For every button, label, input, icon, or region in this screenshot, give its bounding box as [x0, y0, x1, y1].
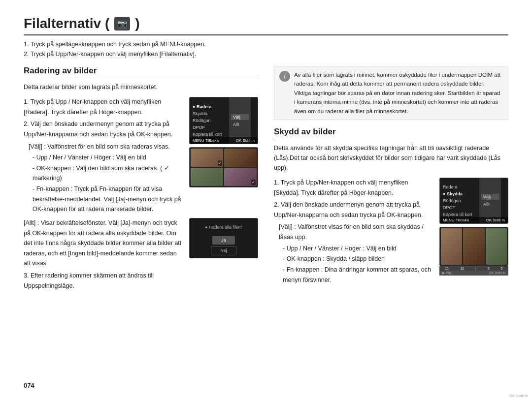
protect-photo-strip-wrapper: 11 12 | 3 5 ▶ Välj OK Ställ In	[439, 227, 508, 276]
right-column: i Av alla filer som lagrats i minnet, ko…	[274, 66, 508, 389]
delete-allt-step: [Allt] : Visar bekräftelsefönster. Välj …	[24, 218, 184, 291]
cam-ok-label: OK Ställ In	[236, 138, 255, 143]
menu-item-radera: ● Radera	[190, 103, 229, 110]
protect-menu-label: MENU Tillbaka	[443, 218, 469, 222]
note-text: Av alla filer som lagrats i minnet, komm…	[294, 70, 503, 116]
pstrip-1	[441, 228, 462, 265]
confirm-bottom: OK Ställ In	[509, 393, 528, 399]
delete-step2a: [Välj] : Valfönstret för en bild som ska…	[24, 142, 184, 152]
cam-menu-sub: Välj Allt	[229, 97, 251, 144]
intro-line1: 1. Tryck på spellägesknappen och tryck s…	[24, 39, 508, 49]
psub-valj: Välj	[481, 194, 499, 200]
protect-step2: 2. Välj den önskade undermenyn genom att…	[274, 200, 434, 220]
page-title: Filalternativ ( 📷 )	[24, 16, 508, 35]
strip-numbers: 11 12 | 3 5	[439, 266, 508, 271]
section-delete-title: Radering av bilder	[24, 66, 258, 78]
page: Filalternativ ( 📷 ) 1. Tryck på spelläge…	[0, 0, 532, 401]
cam-screen-delete-menu: ● Radera Skydda Rödögon DPOF Kopiera til…	[189, 97, 258, 144]
title-text: Filalternativ (	[24, 16, 109, 31]
sub-item-valj: Välj	[231, 114, 249, 120]
confirm-question: ● Radera alla filer?	[201, 221, 246, 232]
delete-step2c: - OK-knappen : Välj den bild som ska rad…	[24, 163, 184, 184]
intro-line2: 2. Tryck på Upp/Ner-knappen och välj men…	[24, 49, 508, 59]
delete-step2b: - Upp / Ner / Vänster / Höger : Välj en …	[24, 153, 184, 163]
pmenu-dpof: DPOF	[440, 204, 479, 211]
menu-item-dpof: DPOF	[190, 124, 229, 131]
title-paren-close: )	[135, 16, 139, 31]
protect-step2d: - Fn-knappen : Dina ändringar kommer att…	[274, 265, 434, 285]
delete-steps-2: [Allt] : Visar bekräftelsefönster. Välj …	[24, 218, 258, 291]
protect-images: Radera ● Skydda Rödögon DPOF Kopiera til…	[439, 178, 508, 276]
strip-btn-valj: ▶ Välj	[442, 271, 452, 275]
protect-step1: 1. Tryck på Upp/Ner-knappen och välj men…	[274, 178, 434, 198]
cam-menu: ● Radera Skydda Rödögon DPOF Kopiera til…	[190, 97, 229, 144]
pstrip-2	[463, 228, 484, 265]
main-content: Radering av bilder Detta raderar bilder …	[24, 66, 508, 389]
confirm-options: Ja Nej	[211, 236, 236, 255]
delete-step1: 1. Tryck på Upp / Ner-knappen och välj m…	[24, 97, 184, 117]
note-icon: i	[279, 71, 290, 82]
delete-step2d: - Fn-knappen : Tryck på Fn-knappen för a…	[24, 184, 184, 215]
pmenu-skydda: ● Skydda	[440, 190, 479, 197]
intro-block: 1. Tryck på spellägesknappen och tryck s…	[24, 39, 508, 59]
delete-step2: 2. Välj den önskade undermenyn genom att…	[24, 119, 184, 139]
cam-menu-label: MENU Tillbaka	[193, 138, 219, 143]
protect-step2a: [Välj] : Valfönstret visas för en bild s…	[274, 222, 434, 242]
photo-cell-3	[191, 168, 223, 186]
pstrip-3	[486, 228, 507, 265]
protect-steps-block: 1. Tryck på Upp/Ner-knappen och välj men…	[274, 178, 508, 285]
sub-item-allt: Allt	[231, 122, 249, 127]
confirm-screen: ● Radera alla filer? Ja Nej OK Ställ In	[189, 218, 258, 258]
protect-ok-label: OK Ställ In	[486, 218, 505, 222]
protect-bottom-bar: MENU Tillbaka OK Ställ In	[440, 217, 508, 223]
menu-item-rodogon: Rödögon	[190, 117, 229, 124]
strip-separator: |	[475, 267, 476, 270]
section-protect-desc: Detta används för att skydda specifika t…	[274, 143, 508, 173]
psub-allt: Allt	[481, 201, 499, 207]
protect-steps: 1. Tryck på Upp/Ner-knappen och välj men…	[274, 178, 434, 285]
photo-cell-2	[224, 149, 257, 167]
pmenu-rodogon: Rödögon	[440, 197, 479, 204]
confirm-no: Nej	[211, 246, 236, 255]
menu-item-kopiera: Kopiera till kort	[190, 131, 229, 138]
strip-num-4: 5	[501, 267, 503, 270]
cam-bottom-bar-1: MENU Tillbaka OK Ställ In	[190, 137, 258, 144]
delete-step3: 3. Efter radering kommer skärmen att änd…	[24, 271, 184, 291]
pmenu-radera: Radera	[440, 184, 479, 190]
strip-num-1: 11	[445, 267, 449, 270]
strip-btn-stallin: OK Ställ In	[489, 271, 505, 275]
page-number: 074	[24, 377, 258, 389]
delete-allt-text: [Allt] : Visar bekräftelsefönster. Välj …	[24, 218, 184, 269]
protect-photo-strip	[439, 227, 508, 266]
menu-item-skydda: Skydda	[190, 110, 229, 117]
photo-cell-1	[191, 149, 223, 167]
cam-screen-protect-menu: Radera ● Skydda Rödögon DPOF Kopiera til…	[439, 178, 508, 224]
delete-steps-block: 1. Tryck på Upp / Ner-knappen och välj m…	[24, 97, 184, 215]
section-protect-title: Skydd av bilder	[274, 127, 508, 139]
note-box: i Av alla filer som lagrats i minnet, ko…	[274, 66, 508, 120]
delete-images: ● Radera Skydda Rödögon DPOF Kopiera til…	[189, 97, 258, 187]
protect-step2c: - OK-knappen : Skydda / släpp bilden	[274, 254, 434, 264]
protect-step2b: - Upp / Ner / Vänster / Höger : Välj en …	[274, 244, 434, 254]
strip-num-3: 3	[488, 267, 490, 270]
left-column: Radering av bilder Detta raderar bilder …	[24, 66, 258, 389]
title-icon: 📷	[114, 17, 130, 31]
cam-photo-grid	[189, 147, 258, 187]
strip-num-2: 12	[460, 267, 464, 270]
section-delete-desc: Detta raderar bilder som lagrats på minn…	[24, 82, 258, 92]
photo-cell-4	[224, 168, 257, 186]
strip-bottom: ▶ Välj OK Ställ In	[439, 271, 508, 276]
confirm-yes: Ja	[212, 236, 235, 245]
